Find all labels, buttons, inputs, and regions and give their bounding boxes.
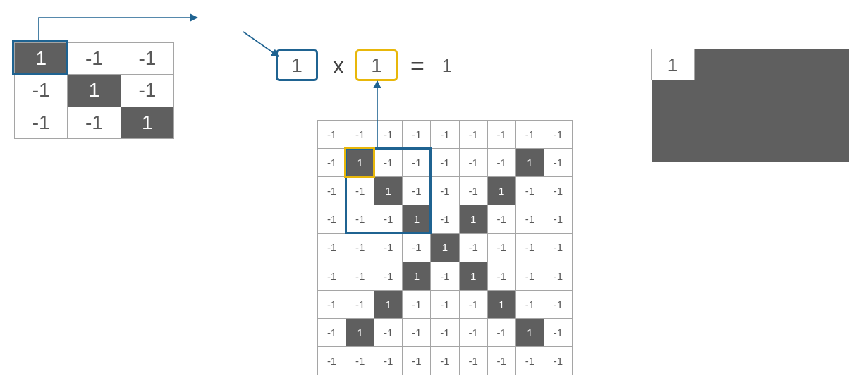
image-cell: 1 [516, 319, 544, 346]
image-cell: -1 [318, 347, 346, 375]
output-cell: 1 [651, 49, 695, 80]
filter-matrix: 1-1-1-11-1-1-11 [14, 42, 174, 139]
filter-cell: 1 [68, 75, 120, 106]
filter-cell: -1 [15, 107, 67, 138]
image-cell: -1 [516, 291, 544, 318]
image-cell: 1 [516, 149, 544, 176]
image-cell: -1 [460, 347, 487, 375]
image-cell: -1 [488, 262, 515, 290]
image-cell: -1 [516, 234, 544, 261]
image-cell: -1 [403, 121, 430, 148]
image-cell: -1 [516, 177, 544, 205]
image-cell: -1 [488, 121, 515, 148]
image-cell: -1 [544, 347, 572, 375]
image-cell: -1 [488, 234, 515, 261]
image-cell: 1 [488, 177, 515, 205]
image-cell: -1 [544, 149, 572, 176]
image-cell: -1 [488, 347, 515, 375]
image-cell: -1 [374, 234, 402, 261]
filter-cell: -1 [121, 75, 173, 106]
image-cell: -1 [544, 177, 572, 205]
image-cell: -1 [460, 121, 487, 148]
filter-cell: 1 [15, 43, 67, 74]
equation-operand-1: 1 [276, 49, 318, 81]
image-cell: 1 [374, 177, 402, 205]
image-cell: -1 [403, 347, 430, 375]
image-cell: -1 [431, 177, 458, 205]
image-cell: -1 [431, 149, 458, 176]
image-cell: -1 [346, 347, 374, 375]
image-cell: -1 [488, 319, 515, 346]
image-cell: 1 [403, 205, 430, 233]
filter-cell: -1 [68, 107, 120, 138]
image-cell: -1 [346, 234, 374, 261]
image-cell: -1 [460, 319, 487, 346]
image-cell: -1 [431, 205, 458, 233]
image-cell: -1 [403, 291, 430, 318]
image-cell: -1 [318, 121, 346, 148]
image-cell: -1 [403, 319, 430, 346]
arrow-filter-to-eq [39, 18, 197, 40]
image-cell: 1 [460, 262, 487, 290]
image-cell: -1 [460, 291, 487, 318]
image-cell: 1 [374, 291, 402, 318]
equation-result: 1 [433, 49, 461, 81]
image-cell: 1 [403, 262, 430, 290]
image-cell: -1 [516, 262, 544, 290]
image-cell: -1 [516, 121, 544, 148]
arrow-eq-in [243, 32, 279, 56]
image-cell: -1 [516, 205, 544, 233]
output-feature-map: 1 [652, 49, 849, 162]
image-cell: -1 [460, 177, 487, 205]
image-cell: -1 [374, 319, 402, 346]
image-cell: -1 [544, 234, 572, 261]
image-cell: -1 [374, 149, 402, 176]
filter-cell: -1 [121, 43, 173, 74]
image-cell: -1 [460, 149, 487, 176]
image-cell: 1 [488, 291, 515, 318]
image-matrix: -1-1-1-1-1-1-1-1-1-11-1-1-1-1-11-1-1-11-… [317, 120, 573, 375]
image-cell: -1 [403, 234, 430, 261]
equation-multiply-symbol: x [324, 49, 353, 81]
filter-cell: -1 [15, 75, 67, 106]
equation-equals-symbol: = [403, 49, 432, 81]
image-cell: -1 [318, 319, 346, 346]
image-cell: -1 [431, 319, 458, 346]
image-cell: 1 [460, 205, 487, 233]
image-cell: -1 [431, 262, 458, 290]
image-cell: -1 [374, 347, 402, 375]
image-cell: -1 [374, 121, 402, 148]
image-cell: -1 [431, 291, 458, 318]
image-cell: 1 [346, 319, 374, 346]
filter-cell: 1 [121, 107, 173, 138]
image-cell: -1 [346, 291, 374, 318]
image-cell: -1 [544, 291, 572, 318]
image-cell: -1 [544, 319, 572, 346]
image-cell: -1 [374, 205, 402, 233]
image-cell: -1 [403, 149, 430, 176]
image-cell: 1 [431, 234, 458, 261]
image-cell: -1 [346, 121, 374, 148]
image-cell: -1 [318, 177, 346, 205]
image-cell: -1 [318, 205, 346, 233]
image-cell: -1 [516, 347, 544, 375]
image-cell: -1 [488, 205, 515, 233]
image-cell: -1 [431, 347, 458, 375]
image-cell: -1 [488, 149, 515, 176]
image-cell: -1 [544, 262, 572, 290]
image-cell: -1 [318, 234, 346, 261]
image-cell: -1 [431, 121, 458, 148]
image-cell: -1 [346, 177, 374, 205]
equation-operand-2: 1 [355, 49, 398, 81]
image-cell: -1 [318, 291, 346, 318]
image-cell: -1 [346, 205, 374, 233]
image-cell: -1 [318, 262, 346, 290]
image-cell: 1 [346, 149, 374, 176]
image-cell: -1 [318, 149, 346, 176]
image-cell: -1 [544, 205, 572, 233]
filter-cell: -1 [68, 43, 120, 74]
image-cell: -1 [544, 121, 572, 148]
image-cell: -1 [403, 177, 430, 205]
image-cell: -1 [460, 234, 487, 261]
image-cell: -1 [374, 262, 402, 290]
